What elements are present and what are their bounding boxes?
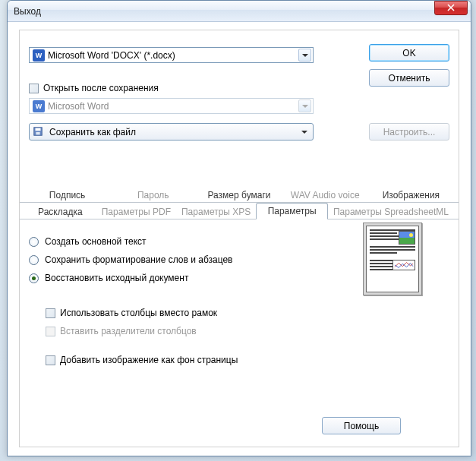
tab-content: Создать основной текст Сохранить формати… [20,219,459,379]
open-after-save-checkbox[interactable] [29,84,39,93]
chevron-down-icon [298,99,311,112]
chevron-down-icon [298,49,311,62]
titlebar[interactable]: Выход [8,1,471,22]
tab-signature[interactable]: Подпись [24,186,110,203]
save-action-dropdown[interactable]: Сохранить как файл [29,123,314,141]
tab-layout[interactable]: Раскладка [24,203,96,219]
tab-images[interactable]: Изображения [368,186,454,203]
close-icon [447,4,455,11]
chk-use-columns[interactable]: Использовать столбцы вместо рамок [46,308,449,318]
svg-rect-2 [36,131,39,134]
page-preview [363,223,422,295]
checkbox-icon [46,355,55,365]
chk-image-as-bg[interactable]: Добавить изображение как фон страницы [46,355,449,365]
checkbox-icon [46,308,55,318]
ok-button[interactable]: OK [369,44,449,62]
checkbox-icon [46,327,55,336]
close-button[interactable] [434,1,468,15]
preview-chart-icon [392,260,415,270]
tabs-container: Подпись Пароль Размер бумаги WAV Audio v… [20,186,459,379]
tab-spreadsheetml: Параметры SpreadsheetML [328,203,454,219]
tab-password: Пароль [110,186,196,203]
tab-paper-size[interactable]: Размер бумаги [196,186,282,203]
svg-rect-1 [36,128,41,131]
tab-wav-audio: WAV Audio voice [282,186,368,203]
tab-xps-params: Параметры XPS [176,203,256,219]
word-docx-icon: W [33,49,45,62]
radio-icon [29,273,39,283]
radio-icon [29,255,39,265]
word-app-icon: W [33,100,45,112]
cancel-button[interactable]: Отменить [369,69,449,87]
dialog-window: Выход OK Отменить W Microsoft Word 'DOCX… [7,0,471,456]
application-dropdown: W Microsoft Word [29,98,314,114]
preview-image-icon [399,231,415,245]
configure-button: Настроить... [369,123,449,141]
tab-row-2: Раскладка Параметры PDF Параметры XPS Па… [20,203,459,219]
application-dropdown-text: Microsoft Word [48,101,298,112]
radio-icon [29,237,39,247]
tab-pdf-params: Параметры PDF [96,203,176,219]
format-dropdown[interactable]: W Microsoft Word 'DOCX' (*.docx) [29,47,314,63]
help-button[interactable]: Помощь [322,417,401,434]
open-after-save-label: Открыть после сохранения [43,83,159,93]
disk-icon [33,126,45,138]
chk-insert-separators: Вставить разделители столбцов [46,326,449,336]
save-action-text: Сохранить как файл [49,127,299,137]
tab-parameters[interactable]: Параметры [256,203,328,219]
dialog-body: OK Отменить W Microsoft Word 'DOCX' (*.d… [19,30,459,447]
chevron-down-icon [299,131,310,134]
tab-row-1: Подпись Пароль Размер бумаги WAV Audio v… [20,186,459,203]
format-dropdown-text: Microsoft Word 'DOCX' (*.docx) [48,50,298,61]
window-title: Выход [14,6,434,17]
